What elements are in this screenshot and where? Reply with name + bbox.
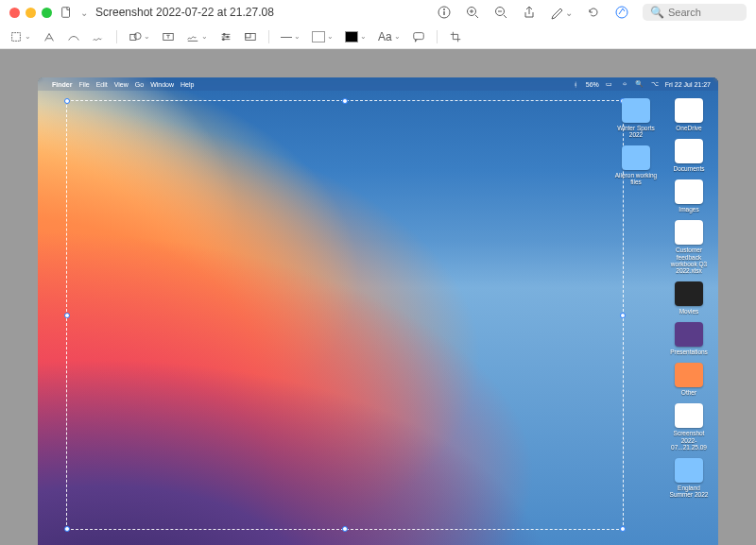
- menubar-wifi-icon[interactable]: ⌔: [620, 79, 629, 89]
- search-input[interactable]: [668, 7, 744, 18]
- folder-icon: [622, 98, 650, 123]
- marquee-handle-se[interactable]: [620, 526, 626, 532]
- title-dropdown-chevron[interactable]: ⌄: [80, 8, 88, 18]
- text-icon[interactable]: [162, 30, 175, 43]
- desktop-icon[interactable]: Winter Sports 2022: [614, 98, 658, 138]
- desktop-icon-label: Movies: [679, 308, 699, 315]
- desktop-icon[interactable]: Documents: [667, 139, 711, 172]
- title-tools: ⌄ 🔍: [437, 4, 747, 21]
- menubar-item[interactable]: Edit: [96, 81, 108, 88]
- crop-marquee[interactable]: [66, 100, 624, 530]
- menubar-battery-pct: 56%: [586, 81, 599, 88]
- adjust-size-icon[interactable]: [244, 30, 257, 43]
- desktop-icon-label: Documents: [674, 165, 705, 172]
- desktop-icon[interactable]: Screenshot 2022-07...21.25.09: [667, 403, 711, 450]
- fullscreen-button[interactable]: [42, 8, 52, 18]
- minimize-button[interactable]: [26, 8, 36, 18]
- stroke-color-swatch[interactable]: ⌄: [312, 31, 334, 43]
- traffic-lights: [9, 8, 52, 18]
- fill-color-swatch[interactable]: ⌄: [345, 31, 367, 43]
- info-icon[interactable]: [437, 5, 452, 20]
- desktop-icon-label: Aileron working files: [614, 172, 658, 185]
- file-icon: [675, 179, 703, 204]
- crop-icon[interactable]: [449, 30, 462, 43]
- svg-point-9: [134, 32, 141, 39]
- file-icon: [675, 220, 703, 245]
- file-icon: [675, 98, 703, 123]
- svg-point-12: [226, 35, 229, 38]
- adjust-color-icon[interactable]: [219, 30, 232, 43]
- share-icon[interactable]: [522, 5, 537, 20]
- menubar-spotlight-icon[interactable]: 🔍: [635, 79, 644, 89]
- desktop-icon[interactable]: England Summer 2022: [667, 458, 711, 498]
- menubar-battery-icon[interactable]: ▭: [605, 79, 614, 89]
- file-icon: [675, 403, 703, 428]
- file-icon: [675, 363, 703, 387]
- text-style-icon[interactable]: Aa⌄: [378, 30, 401, 43]
- rotate-icon[interactable]: [586, 5, 601, 20]
- desktop-icon-label: Winter Sports 2022: [614, 125, 658, 138]
- selection-tool-icon[interactable]: ⌄: [9, 30, 31, 43]
- search-field[interactable]: 🔍: [643, 4, 747, 21]
- instant-alpha-icon[interactable]: [43, 30, 56, 43]
- desktop-icon[interactable]: Presentations: [667, 322, 711, 355]
- file-icon: [675, 322, 703, 347]
- desktop-icon-label: Other: [681, 389, 696, 396]
- folder-icon: [675, 458, 703, 483]
- zoom-out-icon[interactable]: [493, 5, 508, 20]
- window-title: Screenshot 2022-07-22 at 21.27.08: [95, 6, 274, 19]
- sketch-icon[interactable]: [67, 30, 80, 43]
- menubar-item[interactable]: File: [78, 81, 89, 88]
- highlight-icon[interactable]: ⌄: [550, 5, 573, 20]
- svg-point-13: [222, 38, 225, 41]
- annotate-icon[interactable]: [412, 30, 425, 43]
- separator: [437, 30, 438, 43]
- menubar-item[interactable]: View: [114, 81, 129, 88]
- marquee-handle-nw[interactable]: [64, 98, 70, 104]
- draw-icon[interactable]: [92, 30, 105, 43]
- sign-icon[interactable]: ⌄: [186, 30, 208, 43]
- marquee-handle-sw[interactable]: [64, 526, 70, 532]
- desktop-icon[interactable]: Movies: [667, 281, 711, 315]
- line-weight-icon[interactable]: —⌄: [281, 30, 301, 43]
- desktop-icon[interactable]: OneDrive: [667, 98, 711, 131]
- separator: [116, 30, 117, 43]
- menubar-item[interactable]: Go: [135, 81, 144, 88]
- window-titlebar: ⌄ Screenshot 2022-07-22 at 21.27.08 ⌄ 🔍: [0, 0, 756, 25]
- screenshot-canvas[interactable]: Finder File Edit View Go Window Help ᚼ 5…: [38, 77, 718, 545]
- desktop-icon[interactable]: Other: [667, 363, 711, 396]
- document-proxy-icon[interactable]: [60, 6, 73, 19]
- menubar-item[interactable]: Window: [150, 81, 174, 88]
- svg-point-6: [616, 7, 627, 18]
- desktop-icon-label: Images: [679, 206, 698, 213]
- markup-toolbar: ⌄ ⌄ ⌄ —⌄ ⌄ ⌄ Aa⌄: [0, 25, 756, 49]
- desktop-icon[interactable]: Customer feedback workbook Q3 2022.xlsx: [667, 220, 711, 274]
- svg-rect-8: [130, 34, 136, 40]
- desktop-icon-label: Customer feedback workbook Q3 2022.xlsx: [667, 247, 711, 274]
- zoom-in-icon[interactable]: [465, 5, 480, 20]
- macos-menubar: Finder File Edit View Go Window Help ᚼ 5…: [38, 77, 718, 91]
- close-button[interactable]: [9, 8, 20, 18]
- marquee-handle-n[interactable]: [342, 98, 348, 104]
- svg-rect-15: [246, 33, 250, 37]
- desktop-icon[interactable]: Aileron working files: [614, 145, 658, 185]
- menubar-app-name[interactable]: Finder: [52, 81, 72, 88]
- separator: [268, 30, 269, 43]
- menubar-bluetooth-icon[interactable]: ᚼ: [571, 79, 580, 89]
- desktop-icon[interactable]: Images: [667, 179, 711, 213]
- desktop-icon-label: Presentations: [670, 349, 708, 355]
- marquee-handle-s[interactable]: [342, 526, 348, 532]
- svg-rect-7: [12, 32, 21, 41]
- svg-point-11: [223, 33, 226, 36]
- desktop-icons: Winter Sports 2022Aileron working files …: [614, 98, 711, 498]
- menubar-clock: Fri 22 Jul 21:27: [665, 81, 711, 88]
- folder-icon: [622, 145, 650, 170]
- svg-rect-16: [413, 32, 423, 39]
- markup-toggle-icon[interactable]: [614, 5, 629, 20]
- menubar-control-center-icon[interactable]: ⌥: [650, 79, 660, 89]
- menubar-item[interactable]: Help: [180, 81, 194, 88]
- svg-rect-0: [62, 8, 70, 18]
- marquee-handle-w[interactable]: [64, 313, 70, 318]
- shapes-icon[interactable]: ⌄: [129, 30, 150, 43]
- svg-rect-3: [443, 11, 444, 15]
